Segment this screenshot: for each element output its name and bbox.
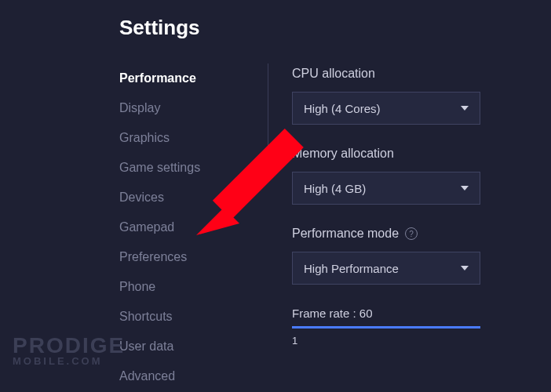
frame-rate-tick-min: 1 <box>292 335 520 347</box>
chevron-down-icon <box>461 266 469 270</box>
sidebar-item-preferences[interactable]: Preferences <box>119 242 245 272</box>
watermark: PRODIGE MOBILE.COM <box>13 333 125 367</box>
memory-allocation-select[interactable]: High (4 GB) <box>292 172 480 205</box>
page-title: Settings <box>119 16 520 40</box>
sidebar-item-devices[interactable]: Devices <box>119 183 245 212</box>
sidebar-item-advanced[interactable]: Advanced <box>119 361 245 391</box>
sidebar-item-performance[interactable]: Performance <box>119 64 245 93</box>
cpu-allocation-value: High (4 Cores) <box>304 102 381 115</box>
frame-rate-label[interactable]: Frame rate : 60 <box>292 307 480 328</box>
chevron-down-icon <box>461 106 469 111</box>
performance-mode-label: Performance mode ? <box>292 227 520 241</box>
sidebar-item-gamepad[interactable]: Gamepad <box>119 212 245 242</box>
sidebar-item-game-settings[interactable]: Game settings <box>119 153 245 183</box>
memory-allocation-value: High (4 GB) <box>304 182 366 195</box>
help-icon[interactable]: ? <box>405 227 418 240</box>
sidebar-item-graphics[interactable]: Graphics <box>119 123 245 153</box>
sidebar-item-shortcuts[interactable]: Shortcuts <box>119 302 245 332</box>
performance-mode-select[interactable]: High Performance <box>292 252 480 285</box>
settings-panel: CPU allocation High (4 Cores) Memory all… <box>292 64 520 391</box>
settings-sidebar: Performance Display Graphics Game settin… <box>119 64 245 391</box>
sidebar-item-phone[interactable]: Phone <box>119 272 245 302</box>
cpu-allocation-label: CPU allocation <box>292 67 520 81</box>
sidebar-item-user-data[interactable]: User data <box>119 332 245 361</box>
chevron-down-icon <box>461 186 469 191</box>
performance-mode-value: High Performance <box>304 262 399 275</box>
sidebar-item-display[interactable]: Display <box>119 93 245 123</box>
cpu-allocation-select[interactable]: High (4 Cores) <box>292 92 480 125</box>
memory-allocation-label: Memory allocation <box>292 147 520 161</box>
performance-mode-label-text: Performance mode <box>292 227 399 241</box>
